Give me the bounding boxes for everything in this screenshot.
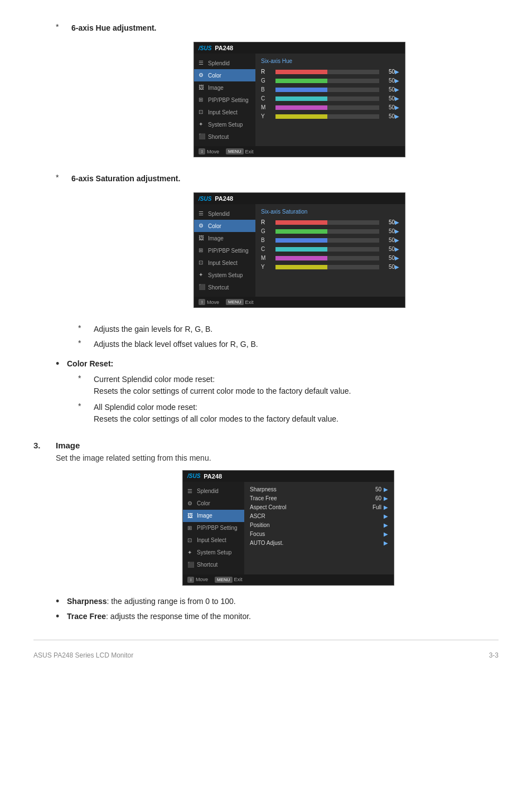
current-mode-text: Current Splendid color mode reset: Reset… [94, 374, 499, 397]
sat-system-icon: ✦ [199, 272, 205, 278]
splendid-icon: ☰ [199, 60, 205, 66]
saturation-osd-title-bar: /SUS PA248 [194, 193, 405, 204]
saturation-label: 6-axis Saturation adjustment. [71, 173, 499, 185]
arrow-b: ▶ [395, 86, 399, 93]
image-bullets: • Sharpness: the adjusting range is from… [56, 596, 499, 623]
img-arrow-aspect: ▶ [384, 504, 388, 510]
sat-sidebar-color[interactable]: ⚙ Color [194, 220, 255, 232]
img-row-auto: AUTO Adjust. ▶ [250, 540, 388, 546]
bar-c [275, 96, 379, 101]
hue-row-g: G 50 ▶ [261, 78, 399, 84]
sat-color-icon: ⚙ [199, 223, 205, 229]
img-move-key: ↕ [187, 577, 194, 583]
img-sidebar-splendid[interactable]: ☰ Splendid [183, 485, 244, 497]
img-system-icon: ✦ [187, 549, 194, 556]
shortcut-icon: ⬛ [199, 133, 205, 140]
footer-left: ASUS PA248 Series LCD Monitor [33, 651, 133, 659]
saturation-osd-container: /SUS PA248 ☰ Splendid ⚙ Color [100, 192, 499, 308]
img-sidebar-system[interactable]: ✦ System Setup [183, 547, 244, 559]
img-arrow-ascr: ▶ [384, 513, 388, 519]
exit-key: MENU [226, 148, 244, 154]
img-sidebar-pip[interactable]: ⊞ PIP/PBP Setting [183, 522, 244, 534]
image-osd-title: PA248 [204, 473, 222, 480]
osd-content-title: Six-axis Hue [261, 58, 399, 64]
black-level-star: * [78, 339, 94, 347]
tracefree-dot: • [56, 611, 67, 623]
bar-y [275, 114, 379, 119]
img-sidebar-input-label: Input Select [197, 537, 226, 543]
sat-arrow-c: ▶ [395, 246, 399, 252]
section3-header: 3. Image [33, 441, 499, 450]
sat-value-y: 50 [383, 264, 395, 270]
color-reset-section: • Color Reset: * Current Splendid color … [33, 358, 499, 425]
sidebar-color-label: Color [208, 73, 221, 79]
sat-move-key: ↕ [199, 299, 205, 305]
sat-value-g: 50 [383, 228, 395, 234]
arrow-g: ▶ [395, 78, 399, 84]
footer-exit: MENU Exit [226, 148, 254, 154]
sidebar-pip[interactable]: ⊞ PIP/PBP Setting [194, 94, 255, 106]
sat-sidebar-splendid[interactable]: ☰ Splendid [194, 207, 255, 220]
bar-fill-m [275, 105, 327, 110]
sidebar-input[interactable]: ⊡ Input Select [194, 106, 255, 118]
img-footer-exit: MENU Exit [215, 577, 243, 583]
label-m: M [261, 104, 272, 110]
img-sidebar-image[interactable]: 🖼 Image [183, 510, 244, 522]
img-sidebar-shortcut-label: Shortcut [197, 562, 217, 568]
value-g: 50 [383, 78, 395, 84]
sat-sidebar-shortcut[interactable]: ⬛ Shortcut [194, 281, 255, 293]
image-osd-content: Sharpness 50 ▶ Trace Free 60 ▶ Aspect Co… [244, 482, 394, 574]
hue-row-b: B 50 ▶ [261, 86, 399, 93]
img-sidebar-system-label: System Setup [197, 549, 231, 555]
image-osd-body: ☰ Splendid ⚙ Color 🖼 Image ⊞ [183, 482, 394, 574]
sat-sidebar-pip[interactable]: ⊞ PIP/PBP Setting [194, 244, 255, 257]
sat-row-r: R 50 ▶ [261, 219, 399, 225]
sat-sidebar-image[interactable]: 🖼 Image [194, 232, 255, 244]
sharpness-range: : the adjusting range is from 0 to 100. [107, 597, 236, 606]
img-label-aspect: Aspect Control [250, 504, 373, 510]
arrow-r: ▶ [395, 69, 399, 75]
pip-icon: ⊞ [199, 96, 205, 103]
sat-bar-r [275, 220, 379, 225]
gain-star: * [78, 323, 94, 332]
value-c: 50 [383, 95, 395, 102]
sat-row-y: Y 50 ▶ [261, 264, 399, 270]
sat-row-g: G 50 ▶ [261, 228, 399, 234]
img-sidebar-color-label: Color [197, 500, 210, 506]
sidebar-splendid[interactable]: ☰ Splendid [194, 57, 255, 69]
saturation-osd-sidebar: ☰ Splendid ⚙ Color 🖼 Image ⊞ [194, 204, 255, 297]
sidebar-shortcut[interactable]: ⬛ Shortcut [194, 131, 255, 143]
label-g: G [261, 78, 272, 84]
sat-sidebar-input[interactable]: ⊡ Input Select [194, 257, 255, 269]
sat-value-r: 50 [383, 219, 395, 225]
saturation-osd-content-title: Six-axis Saturation [261, 209, 399, 215]
sidebar-image[interactable]: 🖼 Image [194, 81, 255, 94]
img-sidebar-color[interactable]: ⚙ Color [183, 497, 244, 510]
sidebar-input-label: Input Select [208, 109, 238, 115]
img-color-icon: ⚙ [187, 500, 194, 507]
bar-r [275, 70, 379, 74]
img-sidebar-shortcut[interactable]: ⬛ Shortcut [183, 559, 244, 571]
label-r: R [261, 69, 272, 75]
img-row-ascr: ASCR ▶ [250, 513, 388, 519]
six-axis-saturation-section: * 6-axis Saturation adjustment. /SUS PA2… [56, 173, 499, 308]
sat-label-m: M [261, 255, 272, 261]
current-mode-star: * [78, 374, 94, 383]
img-arrow-tracefree: ▶ [384, 495, 388, 501]
sharpness-bullet: • Sharpness: the adjusting range is from… [56, 596, 499, 608]
sat-sidebar-system[interactable]: ✦ System Setup [194, 269, 255, 281]
sharpness-label: Sharpness [67, 597, 107, 606]
bar-fill-c [275, 96, 327, 101]
sidebar-system[interactable]: ✦ System Setup [194, 118, 255, 131]
sidebar-color[interactable]: ⚙ Color [194, 69, 255, 81]
img-sidebar-input[interactable]: ⊡ Input Select [183, 534, 244, 547]
img-sidebar-image-label: Image [197, 513, 212, 519]
value-m: 50 [383, 104, 395, 110]
sat-bar-fill-y [275, 265, 327, 269]
sat-label-b: B [261, 237, 272, 243]
all-mode-label: All Splendid color mode reset: [94, 402, 499, 413]
img-sidebar-pip-label: PIP/PBP Setting [197, 525, 238, 531]
sat-row-c: C 50 ▶ [261, 246, 399, 252]
current-mode-desc: Resets the color settings of current col… [94, 385, 499, 397]
img-value-aspect: Full [373, 504, 381, 510]
